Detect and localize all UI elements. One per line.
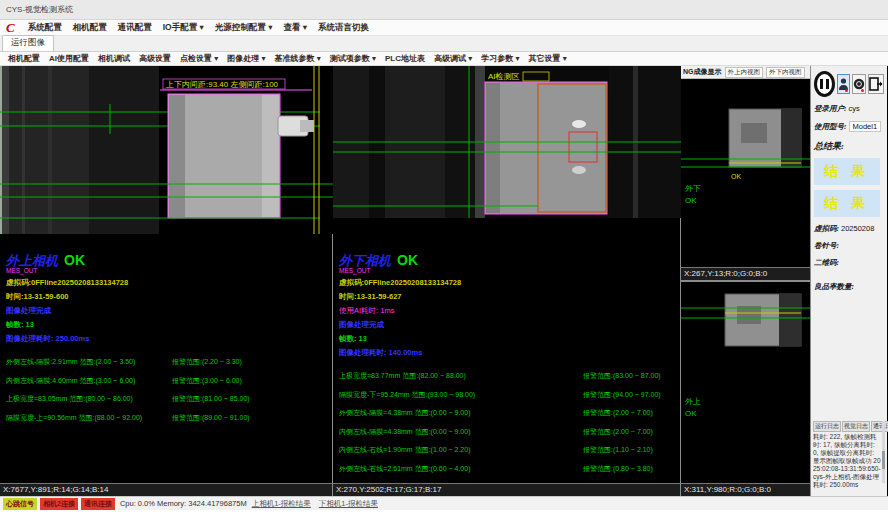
barcode-value: 20250208 [841,224,874,233]
login-user-label: 登录用户: [814,104,847,114]
toolbar-item[interactable]: 基准线参数 ▾ [275,53,321,64]
ng-image-top[interactable]: OK 外下 OK [681,79,810,267]
log-tab[interactable]: 运行日志 [813,421,841,432]
ng-header: NG成像显示 外上内视图外下内视图 [681,66,810,79]
inspection-result-link[interactable]: 下相机1-报检结果 [319,499,378,509]
ng-top-result-label: OK [685,196,697,205]
log-tab[interactable]: 通讯日志 [871,421,888,432]
total-result-label: 总结果: [814,140,884,153]
needle-label: 卷针号: [814,241,839,251]
menu-bar: C 系统配置相机配置通讯配置IO手配置 ▾光源控制配置 ▾查看 ▾系统语言切换 [0,20,888,36]
measurement-value: 内侧左线-右线=1.90mm 范围:(1.00 ~ 2.20) [339,445,583,455]
login-user-value: cys [849,104,860,113]
ng-view-tab[interactable]: 外上内视图 [725,67,764,78]
toolbar-item[interactable]: 图像处理 ▾ [227,53,265,64]
control-buttons [814,71,884,97]
menu-item[interactable]: IO手配置 ▾ [163,22,204,34]
toolbar-item[interactable]: 相机配置 [8,53,40,64]
middle-result-ok: OK [397,252,418,268]
result-box: 结 果 [814,190,880,217]
menu-item[interactable]: 通讯配置 [118,22,152,34]
measurement-alarm-range: 报警范围:(0.80 ~ 3.80) [583,464,653,474]
toolbar-item[interactable]: 高级设置 [139,53,171,64]
middle-time: 时间:13-31-59-627 [339,292,677,302]
menu-item[interactable]: 查看 ▾ [283,22,307,34]
model-value[interactable]: Model1 [849,121,882,132]
result-box-text: 结 果 [824,195,871,213]
title-bar: CYS-视觉检测系统 [0,0,888,20]
operator-mode-button[interactable] [837,74,850,94]
toolbar-item[interactable]: 测试项参数 ▾ [330,53,376,64]
toolbar-item[interactable]: PLC地址表 [385,53,425,64]
menu-item[interactable]: 相机配置 [73,22,107,34]
middle-pixel-coords: X:270,Y:2502;R:17;G:17;B:17 [333,483,680,496]
barcode-label: 虚拟码: [814,224,839,234]
status-dot-icon [861,89,864,92]
toolbar-item[interactable]: 学习参数 ▾ [481,53,519,64]
status-bar: 心跳信号相机2连接通讯连接 Cpu: 0.0% Memory: 3424.417… [0,496,888,510]
camera-image-middle[interactable]: AI检测区 [333,66,681,218]
control-panel: 登录用户:cys 使用型号:Model1 总结果: 结 果 结 果 虚拟码:20… [811,66,887,496]
measurement-alarm-range: 报警范围:(94.00 ~ 97.00) [583,390,661,400]
measurement-row: 外侧左线-隔膜=4.38mm 范围:(0.00 ~ 9.00) 报警范围:(2.… [339,404,677,423]
status-badge: 通讯连接 [81,498,115,510]
middle-frame-count: 帧数: 13 [339,334,677,344]
left-process-done: 图像处理完成 [6,306,329,316]
inspection-result-link[interactable]: 上相机1-报检结果 [252,499,311,509]
measurement-row: 内侧左线-隔膜=4.38mm 范围:(0.00 ~ 9.00) 报警范围:(2.… [339,423,677,442]
model-label: 使用型号: [814,122,847,132]
log-tabs: 运行日志视觉日志通讯日志 [813,421,885,432]
camera-lens-button[interactable] [852,74,866,94]
camera-view-middle: AI检测区 外下相机 OK MES_OUT 虚拟码:0FFline2025020… [333,66,681,496]
menu-item[interactable]: 系统配置 [28,22,62,34]
tab-run-image[interactable]: 运行图像 [2,35,54,51]
ng-bottom-result-label: OK [685,409,697,418]
measurement-value: 内侧左线-隔膜=4.38mm 范围:(0.00 ~ 9.00) [339,427,583,437]
measurement-alarm-range: 报警范围:(81.00 ~ 85.00) [172,394,250,404]
toolbar-item[interactable]: 相机调试 [98,53,130,64]
measurement-value: 外侧左线-隔膜=4.38mm 范围:(0.00 ~ 9.00) [339,408,583,418]
ng-top-ok-mark: OK [731,173,741,180]
measurement-row: 内侧左线-隔膜:4.60mm 范围:(3.00 ~ 6.00) 报警范围:(3.… [6,372,329,391]
measurement-row: 上极宽度=83.77mm 范围:(82.00 ~ 88.00) 报警范围:(83… [339,367,677,386]
ng-bottom-pixel-coords: X:311,Y:980;R:0;G:0;B:0 [681,483,810,496]
toolbar-item[interactable]: AI使用配置 [49,53,89,64]
pause-button[interactable] [814,71,835,97]
log-panel: 运行日志视觉日志通讯日志 耗时: 222, 纵帧检测耗时: 17, 纵帧分离耗时… [813,421,885,495]
ng-view-tab[interactable]: 外下内视图 [766,67,805,78]
yield-count-label: 良品率数量: [814,282,854,292]
measurement-value: 外侧左线-隔膜:2.91mm 范围:(2.00 ~ 3.50) [6,357,172,367]
bottom-filler [0,510,888,522]
middle-process-done: 图像处理完成 [339,320,677,330]
menu-item[interactable]: 系统语言切换 [318,22,369,34]
toolbar-item[interactable]: 高级调试 ▾ [434,53,472,64]
app-window: CYS-视觉检测系统 C 系统配置相机配置通讯配置IO手配置 ▾光源控制配置 ▾… [0,0,888,522]
left-time: 时间:13-31-59-600 [6,292,329,302]
log-scrollbar[interactable] [882,421,885,483]
status-dot-icon [845,89,848,92]
status-badges: 心跳信号相机2连接通讯连接 [3,498,115,510]
qrcode-label: 二维码: [814,258,839,268]
ng-view-top: NG成像显示 外上内视图外下内视图 OK 外下 OK X:267,Y:13;R:… [681,66,810,282]
left-overlay-label: 上下内间距:93.40 左侧间距:100 [165,80,279,89]
tab-strip: 运行图像 [0,36,888,52]
cpu-memory-status: Cpu: 0.0% Memory: 3424.41796875M [120,499,247,508]
main-area: 上下内间距:93.40 左侧间距:100 外上相机 OK [0,66,888,496]
exit-button[interactable] [868,74,884,94]
middle-elapsed: 图像处理耗时: 140.00ms [339,348,677,358]
measurement-alarm-range: 报警范围:(83.00 ~ 87.00) [583,371,661,381]
measurement-value: 隔膜宽度-下=95.24mm 范围:(93.00 ~ 98.00) [339,390,583,400]
toolbar-item[interactable]: 点检设置 ▾ [180,53,218,64]
result-box: 结 果 [814,158,880,185]
menu-item[interactable]: 光源控制配置 ▾ [215,22,273,34]
toolbar-item[interactable]: 其它设置 ▾ [529,53,567,64]
measurement-value: 上极宽度=83.05mm 范围:(80.00 ~ 86.00) [6,394,172,404]
measurement-row: 上极宽度=83.05mm 范围:(80.00 ~ 86.00) 报警范围:(81… [6,390,329,409]
ng-image-bottom[interactable]: 外上 OK [681,282,810,460]
measurement-alarm-range: 报警范围:(2.00 ~ 7.00) [583,408,653,418]
camera-image-left[interactable]: 上下内间距:93.40 左侧间距:100 [0,66,333,234]
log-tab[interactable]: 视觉日志 [842,421,870,432]
measurement-value: 内侧左线-隔膜:4.60mm 范围:(3.00 ~ 6.00) [6,376,172,386]
measurement-alarm-range: 报警范围:(2.00 ~ 7.00) [583,427,653,437]
measurement-value: 隔膜宽度-上=90.56mm 范围:(88.00 ~ 92.00) [6,413,172,423]
